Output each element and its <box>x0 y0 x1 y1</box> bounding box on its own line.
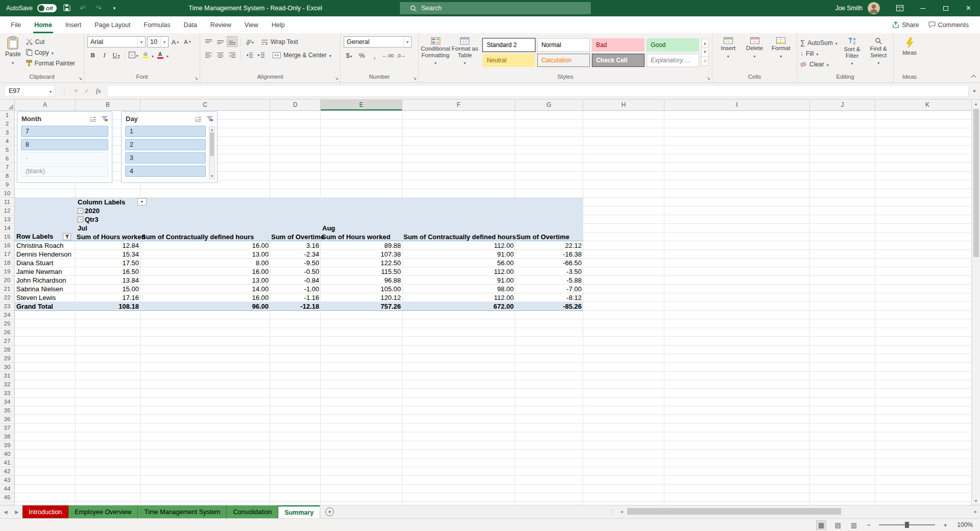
paste-button[interactable]: Paste <box>3 35 23 73</box>
pivot-value-cell[interactable]: -9.50 <box>270 259 321 267</box>
increase-indent-button[interactable] <box>256 50 267 60</box>
align-left-button[interactable] <box>203 50 214 60</box>
copy-button[interactable]: Copy <box>26 47 75 58</box>
column-labels-dropdown[interactable]: ▾ <box>137 198 147 205</box>
align-center-button[interactable] <box>215 50 226 60</box>
pivot-value-cell[interactable]: 96.88 <box>321 276 402 285</box>
pivot-row-name[interactable]: John Richardson <box>15 276 76 285</box>
ribbon-display-options-button[interactable] <box>888 0 911 16</box>
cell-grid[interactable]: 1234567891011121314151617181920212223242… <box>0 111 980 505</box>
pivot-value-cell[interactable]: 89.88 <box>321 241 402 250</box>
row-header-30[interactable]: 30 <box>0 363 14 372</box>
column-header-G[interactable]: G <box>515 100 583 110</box>
find-select-button[interactable]: Find & Select <box>867 35 890 73</box>
formula-bar-splitter[interactable]: ⋮ <box>61 87 67 95</box>
name-box-caret[interactable] <box>46 87 55 95</box>
cancel-entry-button[interactable]: × <box>74 87 78 95</box>
clear-button[interactable]: Clear <box>800 59 838 70</box>
row-header-9[interactable]: 9 <box>0 180 14 189</box>
menu-tab-page-layout[interactable]: Page Layout <box>88 16 137 33</box>
row-header-23[interactable]: 23 <box>0 302 14 311</box>
column-header-A[interactable]: A <box>15 100 76 110</box>
maximize-button[interactable] <box>934 0 957 16</box>
pivot-value-cell[interactable]: 12.84 <box>76 241 140 250</box>
collapse-quarter-button[interactable]: − <box>78 217 83 222</box>
collapse-year-button[interactable]: − <box>78 208 83 214</box>
page-break-view-button[interactable]: ▥ <box>849 521 858 529</box>
menu-tab-help[interactable]: Help <box>265 16 292 33</box>
borders-caret[interactable] <box>136 51 138 59</box>
cell-style-calculation[interactable]: Calculation <box>537 54 590 67</box>
pivot-value-cell[interactable]: 115.50 <box>321 267 402 276</box>
pivot-value-cell[interactable]: -0.84 <box>270 276 321 285</box>
tab-scroll-right-button[interactable]: ► <box>11 505 22 518</box>
slicer-item-8[interactable]: 8 <box>21 139 108 150</box>
slicer-multiselect-button[interactable] <box>193 114 203 123</box>
comma-style-button[interactable]: , <box>369 50 380 61</box>
cell-style-normal[interactable]: Normal <box>537 38 590 52</box>
row-header-39[interactable]: 39 <box>0 441 14 450</box>
pivot-value-cell[interactable]: 112.00 <box>402 241 515 250</box>
menu-tab-insert[interactable]: Insert <box>59 16 88 33</box>
sheet-tab-summary[interactable]: Summary <box>278 505 320 518</box>
page-layout-view-button[interactable]: ▤ <box>833 521 842 529</box>
format-as-table-caret[interactable] <box>464 59 466 67</box>
accounting-format-button[interactable]: $ <box>344 50 354 61</box>
column-header-E[interactable]: E <box>321 100 402 110</box>
sheet-tab-employee-overview[interactable]: Employee Overview <box>68 505 138 518</box>
menu-tab-review[interactable]: Review <box>204 16 238 33</box>
row-header-29[interactable]: 29 <box>0 354 14 363</box>
slicer-item-2[interactable]: 2 <box>125 139 206 150</box>
row-header-21[interactable]: 21 <box>0 285 14 293</box>
autosave-toggle[interactable]: Off <box>37 4 57 12</box>
slicer-clear-filter-button[interactable] <box>204 114 214 123</box>
underline-caret[interactable] <box>118 51 120 59</box>
pivot-value-cell[interactable]: 17.16 <box>76 293 140 302</box>
row-header-12[interactable]: 12 <box>0 206 14 215</box>
pivot-value-cell[interactable]: -3.50 <box>515 267 583 276</box>
row-header-15[interactable]: 15 <box>0 233 14 241</box>
share-button[interactable]: Share <box>892 21 919 29</box>
pivot-value-cell[interactable]: 13.00 <box>140 276 270 285</box>
row-header-19[interactable]: 19 <box>0 267 14 276</box>
sheet-tab-introduction[interactable]: Introduction <box>22 505 68 518</box>
middle-align-button[interactable] <box>215 36 226 47</box>
expand-formula-bar-button[interactable]: ▾ <box>969 88 980 94</box>
pivot-value-cell[interactable]: 56.00 <box>402 259 515 267</box>
paste-dropdown[interactable] <box>12 59 14 66</box>
row-header-37[interactable]: 37 <box>0 424 14 432</box>
insert-cells-button[interactable]: Insert <box>715 35 741 73</box>
row-header-22[interactable]: 22 <box>0 293 14 302</box>
row-header-8[interactable]: 8 <box>0 172 14 180</box>
cut-button[interactable]: Cut <box>26 36 75 47</box>
pivot-row-name[interactable]: Steven Lewis <box>15 293 76 302</box>
pivot-value-cell[interactable]: -7.00 <box>515 285 583 293</box>
slicer-scroll-down[interactable]: ▼ <box>210 173 214 179</box>
pivot-value-cell[interactable]: 15.34 <box>76 250 140 259</box>
undo-button[interactable]: ↶ <box>77 4 88 12</box>
slicer-item-3[interactable]: 3 <box>125 152 206 164</box>
pivot-value-cell[interactable]: 120.12 <box>321 293 402 302</box>
pivot-value-cell[interactable]: 122.50 <box>321 259 402 267</box>
pivot-row-name[interactable]: Diana Stuart <box>15 259 76 267</box>
font-color-button[interactable]: A <box>155 50 165 60</box>
row-header-45[interactable]: 45 <box>0 493 14 502</box>
increase-font-size-button[interactable]: A▲ <box>170 37 181 48</box>
row-header-44[interactable]: 44 <box>0 484 14 493</box>
user-avatar[interactable] <box>868 2 880 14</box>
search-box[interactable]: Search <box>400 2 591 14</box>
menu-tab-formulas[interactable]: Formulas <box>137 16 177 33</box>
menu-tab-data[interactable]: Data <box>177 16 203 33</box>
zoom-slider-thumb[interactable] <box>905 522 909 528</box>
tab-scroll-left-button[interactable]: ◄ <box>0 505 11 518</box>
sheet-tab-consolidation[interactable]: Consolidation <box>227 505 278 518</box>
pivot-row-name[interactable]: Sabrina Nielsen <box>15 285 76 293</box>
row-header-14[interactable]: 14 <box>0 224 14 233</box>
cell-style-check-cell[interactable]: Check Cell <box>592 54 644 67</box>
zoom-slider[interactable] <box>879 524 935 525</box>
column-header-C[interactable]: C <box>140 100 270 110</box>
font-name-caret[interactable] <box>137 37 145 47</box>
font-color-caret[interactable] <box>166 51 169 60</box>
align-right-button[interactable] <box>227 50 237 60</box>
row-header-38[interactable]: 38 <box>0 432 14 441</box>
